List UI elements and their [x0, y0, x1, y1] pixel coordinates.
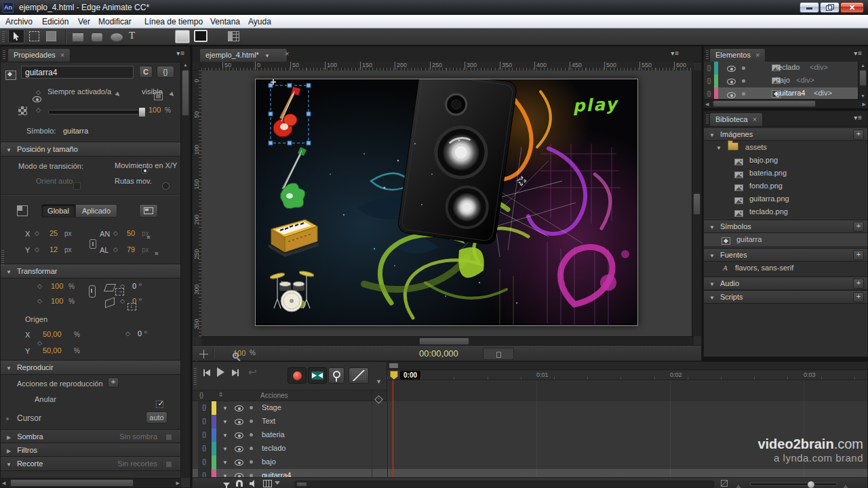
go-to-start-button[interactable] [203, 369, 210, 376]
add-playback-action-button[interactable]: + [108, 378, 119, 388]
eye-icon[interactable] [235, 446, 243, 452]
scroll-right-icon[interactable]: ▶ [863, 101, 866, 108]
stage-vscrollbar[interactable] [692, 70, 701, 336]
css-button[interactable]: C [139, 66, 153, 78]
radio-motion-paths-label[interactable]: Rutas mov. [115, 177, 152, 185]
open-actions-icon[interactable]: {} [198, 428, 211, 442]
keyframe-diamond-icon[interactable]: ◇ [120, 283, 125, 289]
tab-biblioteca[interactable]: Biblioteca× [709, 113, 763, 126]
radio-motion-paths[interactable] [162, 182, 170, 190]
opacity-value[interactable]: 100 [149, 106, 161, 114]
keyframe-diamond-icon[interactable]: ◇ [37, 298, 42, 304]
panel-grip[interactable] [706, 114, 709, 123]
restore-button[interactable] [820, 2, 840, 13]
timeline-ruler[interactable]: 0:01 0:02 0:03 0:00 [387, 370, 867, 380]
stage-hscrollbar[interactable] [201, 336, 694, 346]
library-item-teclado[interactable]: teclado.png [704, 205, 867, 218]
element-row-bajo[interactable]: {} bajo <div> [704, 75, 859, 88]
display-eye-icon[interactable] [33, 96, 41, 102]
expand-icon[interactable]: ▼ [222, 405, 228, 411]
library-item-guitarra[interactable]: guitarra.png [704, 192, 867, 205]
library-header-symbols[interactable]: ▼Símbolos + [704, 220, 867, 233]
keyframe-diamond-icon[interactable]: ◇ [120, 298, 125, 304]
origin-y-value[interactable]: 50,00 [43, 346, 62, 354]
y-unit[interactable]: px [64, 246, 72, 253]
open-actions-icon[interactable]: {} [704, 62, 715, 75]
scroll-thumb[interactable] [693, 193, 701, 215]
close-button[interactable]: ✕ [840, 2, 864, 13]
menu-ventana[interactable]: Ventana [210, 17, 240, 26]
panel-grip[interactable] [706, 49, 709, 59]
scroll-up-icon[interactable]: ▲ [181, 62, 190, 68]
link-width-height-icon[interactable] [90, 239, 96, 249]
origin-x-value[interactable]: 50,00 [43, 330, 62, 338]
width-value[interactable]: 50 [127, 229, 135, 237]
fit-timeline-icon[interactable] [721, 480, 728, 487]
expand-icon[interactable]: ▼ [222, 432, 228, 439]
lock-dot-icon[interactable] [250, 406, 253, 409]
library-header-fonts[interactable]: ▼Fuentes + [704, 248, 867, 262]
properties-vscrollbar[interactable]: ▲ [180, 62, 190, 478]
open-actions-icon[interactable]: {} [704, 75, 715, 87]
timeline-scrollstrip[interactable] [387, 362, 867, 370]
easing-button[interactable] [349, 367, 369, 384]
scale-y-value[interactable]: 100 [51, 297, 63, 305]
skew-y-value[interactable]: 0 [132, 297, 136, 305]
x-unit[interactable]: px [64, 230, 72, 237]
open-actions-icon[interactable]: {} [198, 415, 211, 428]
visibility-dropdown[interactable]: visible [142, 87, 163, 96]
lock-dot-icon[interactable] [250, 447, 253, 450]
opacity-slider[interactable] [48, 110, 144, 115]
audio-icon[interactable] [250, 480, 257, 487]
close-document-icon[interactable]: × [285, 49, 289, 58]
keyframe-diamond-icon[interactable]: ◇ [35, 246, 39, 253]
eye-icon[interactable] [235, 460, 243, 466]
height-value[interactable]: 79 [127, 245, 135, 253]
chevron-down-icon[interactable]: ▼ [709, 132, 715, 138]
zoom-in-triangle-icon[interactable] [841, 480, 850, 488]
collapse-all-icon[interactable]: ⇳ [218, 391, 224, 398]
marquee-tool-button[interactable] [46, 31, 56, 41]
lock-dot-icon[interactable] [742, 79, 745, 83]
menu-archivo[interactable]: Archivo [5, 17, 33, 26]
chevron-down-icon[interactable]: ▼ [716, 145, 722, 151]
transform-tool-button[interactable] [29, 31, 39, 41]
scroll-thumb[interactable] [296, 482, 307, 487]
filter-icon[interactable] [223, 483, 230, 488]
origin-diamond-icon[interactable]: ◇ [37, 340, 42, 346]
library-item-fondo[interactable]: fondo.png [704, 180, 867, 192]
chevron-down-icon[interactable]: ▼ [264, 53, 270, 59]
record-button[interactable] [288, 367, 307, 384]
rectangle-tool-button[interactable] [72, 33, 84, 42]
stage-overflow-icon[interactable] [199, 350, 208, 359]
panel-menu-icon[interactable]: ▾≡ [854, 114, 863, 121]
scroll-left-icon[interactable]: ◀ [705, 101, 709, 108]
eye-icon[interactable] [727, 79, 736, 85]
scroll-left-icon[interactable]: ◀ [2, 480, 5, 487]
eye-icon[interactable] [727, 92, 736, 98]
tab-elementos[interactable]: Elementos× [709, 48, 766, 62]
layout-grid-tool-button[interactable] [228, 31, 239, 41]
eye-icon[interactable] [235, 419, 243, 425]
current-time[interactable]: 00:00,000 [419, 348, 458, 359]
lock-dot-icon[interactable] [742, 66, 745, 70]
keyframe-diamond-icon[interactable]: ◇ [36, 106, 41, 113]
play-text[interactable]: play [572, 94, 620, 116]
override-label[interactable]: Anular [35, 395, 56, 403]
eye-icon[interactable] [235, 405, 243, 411]
pin-button[interactable] [328, 367, 344, 384]
link-scale-icon[interactable] [89, 285, 96, 298]
columns-icon[interactable] [263, 480, 272, 487]
library-item-bajo[interactable]: bajo.png [704, 154, 867, 167]
menu-ver[interactable]: Ver [78, 17, 90, 26]
section-position-size[interactable]: ▼Posición y tamaño [1, 142, 182, 157]
expand-icon[interactable]: ▼ [222, 460, 228, 466]
library-font-flavors[interactable]: A flavors, sans-serif [704, 262, 867, 274]
lock-dot-icon[interactable] [250, 420, 253, 423]
menu-linea-de-tiempo[interactable]: Línea de tiempo [144, 17, 203, 26]
panel-grip[interactable] [3, 49, 5, 59]
close-icon[interactable]: × [755, 51, 760, 59]
fill-color-swatch[interactable] [175, 30, 190, 43]
scroll-thumb[interactable] [419, 338, 469, 345]
auto-keyframe-button[interactable] [308, 367, 327, 384]
